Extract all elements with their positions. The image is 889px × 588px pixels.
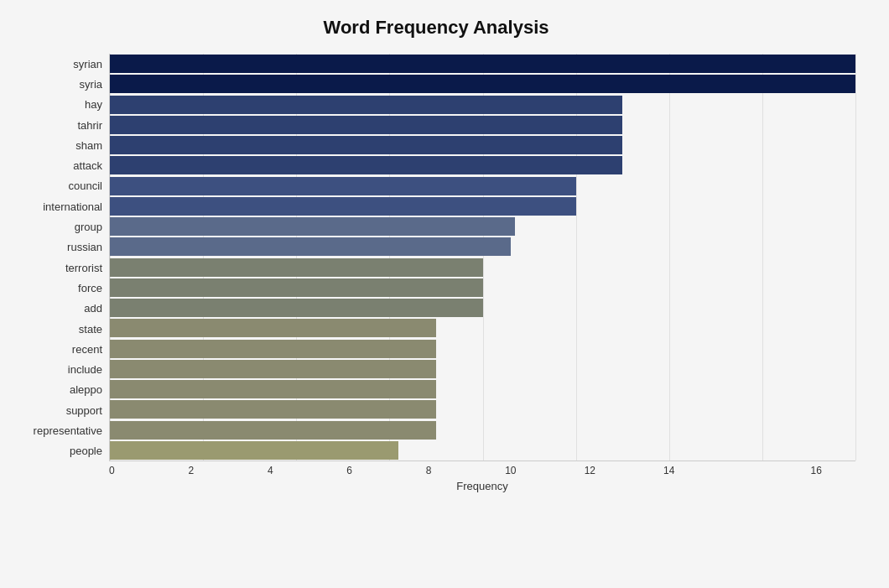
chart-container: Word Frequency Analysis syriansyriahayta…: [0, 0, 889, 588]
bar-row: [110, 318, 855, 338]
bar: [110, 441, 398, 460]
x-tick: 6: [346, 465, 425, 476]
y-label: support: [17, 405, 102, 416]
bar: [110, 197, 576, 216]
y-label: council: [17, 180, 102, 191]
x-tick: 16: [743, 465, 822, 476]
bar-row: [110, 115, 855, 135]
plot-area: [109, 54, 855, 461]
y-label: international: [17, 201, 102, 212]
bar: [110, 136, 622, 154]
bar-row: [110, 379, 855, 399]
bar-row: [110, 258, 855, 278]
x-axis: 0246810121416: [109, 465, 855, 476]
bar: [110, 421, 436, 440]
bar-row: [110, 339, 855, 359]
bar: [110, 156, 622, 174]
bar-row: [110, 359, 855, 379]
bar-row: [110, 420, 855, 440]
y-label: add: [17, 303, 102, 314]
bar-row: [110, 440, 855, 461]
y-label: include: [17, 364, 102, 375]
y-label: tahrir: [17, 120, 102, 131]
bar: [110, 177, 576, 195]
y-label: sham: [17, 140, 102, 151]
x-tick: 4: [268, 465, 346, 476]
y-label: syria: [17, 79, 102, 90]
bar-row: [110, 155, 855, 175]
bar: [110, 360, 436, 378]
bar: [110, 237, 511, 256]
bar-row: [110, 95, 855, 115]
bar-row: [110, 135, 855, 155]
bar-row: [110, 399, 855, 419]
bar: [110, 340, 436, 358]
bar-row: [110, 298, 855, 318]
y-label: representative: [17, 425, 102, 436]
bar: [110, 400, 436, 419]
x-tick: 14: [663, 465, 742, 476]
y-label: hay: [17, 99, 102, 110]
bar: [110, 75, 855, 93]
x-tick: 2: [188, 465, 267, 476]
chart-title: Word Frequency Analysis: [17, 17, 855, 39]
y-label: recent: [17, 344, 102, 355]
bar: [110, 380, 436, 398]
y-label: attack: [17, 160, 102, 171]
bar: [110, 299, 483, 317]
bar-row: [110, 176, 855, 196]
bar: [110, 278, 483, 297]
bar: [110, 116, 622, 134]
bar: [110, 319, 436, 337]
x-tick: 8: [426, 465, 505, 476]
bar-row: [110, 196, 855, 216]
y-label: terrorist: [17, 263, 102, 273]
y-label: aleppo: [17, 384, 102, 395]
x-tick: 12: [585, 465, 663, 476]
y-axis-labels: syriansyriahaytahrirshamattackcouncilint…: [17, 54, 109, 461]
bar-row: [110, 278, 855, 298]
y-label: force: [17, 283, 102, 294]
x-axis-label: Frequency: [109, 480, 855, 492]
y-label: people: [17, 445, 102, 456]
x-tick: 10: [505, 465, 584, 476]
bar: [110, 55, 855, 73]
grid-line: [855, 54, 856, 461]
bar-row: [110, 74, 855, 94]
y-label: syrian: [17, 59, 102, 70]
bar: [110, 96, 622, 114]
bar-row: [110, 54, 855, 74]
bar-row: [110, 237, 855, 257]
bar: [110, 258, 483, 277]
y-label: group: [17, 221, 102, 232]
x-tick: 0: [109, 465, 188, 476]
y-label: russian: [17, 242, 102, 252]
y-label: state: [17, 324, 102, 335]
bar-row: [110, 216, 855, 237]
bar: [110, 217, 515, 236]
